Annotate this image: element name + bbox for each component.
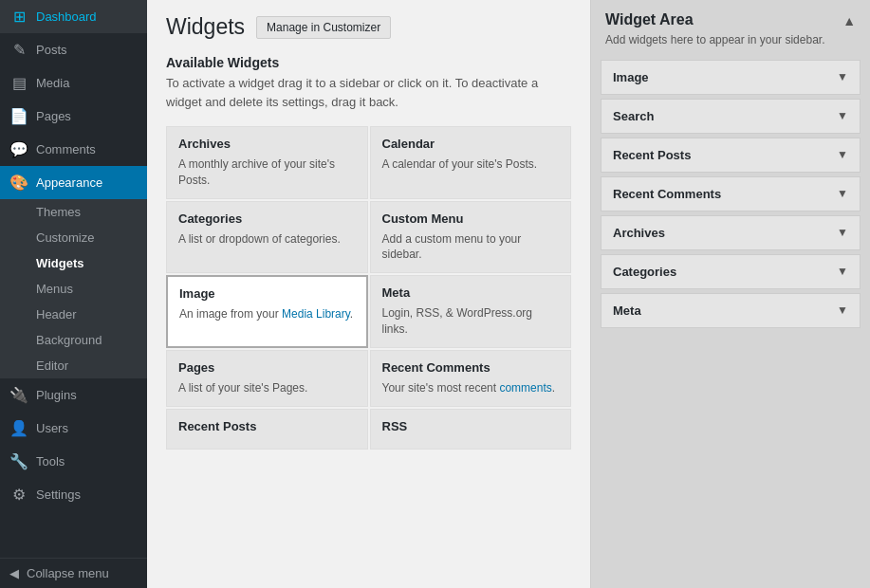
widgets-grid: Archives A monthly archive of your site'… xyxy=(166,126,571,450)
submenu-item-header[interactable]: Header xyxy=(0,302,147,327)
widget-image[interactable]: Image An image from your Media Library. xyxy=(166,275,368,348)
available-widgets-title: Available Widgets xyxy=(166,55,571,70)
sidebar-item-tools[interactable]: 🔧 Tools xyxy=(0,445,147,478)
main: Widgets Manage in Customizer Available W… xyxy=(147,0,870,588)
sidebar-item-comments[interactable]: 💬 Comments xyxy=(0,133,147,166)
widget-categories-desc: A list or dropdown of categories. xyxy=(178,231,356,248)
widget-area-item-search[interactable]: Search ▼ xyxy=(601,99,861,134)
collapse-menu[interactable]: ◀ Collapse menu xyxy=(0,558,147,588)
settings-icon: ⚙ xyxy=(9,486,28,504)
submenu-item-widgets[interactable]: Widgets xyxy=(0,250,147,276)
sidebar-item-settings[interactable]: ⚙ Settings xyxy=(0,478,147,511)
sidebar-item-pages-label: Pages xyxy=(36,109,71,123)
appearance-submenu: Themes Customize Widgets Menus Header Ba… xyxy=(0,199,147,378)
widget-area-item-search-label: Search xyxy=(613,109,654,123)
page-title: Widgets xyxy=(166,14,245,40)
widget-area-item-archives-label: Archives xyxy=(613,226,665,240)
widget-area-item-meta-label: Meta xyxy=(613,303,641,318)
sidebar-item-pages[interactable]: 📄 Pages xyxy=(0,100,147,133)
dashboard-icon: ⊞ xyxy=(9,8,28,26)
widget-area-item-categories[interactable]: Categories ▼ xyxy=(601,254,861,289)
plugins-icon: 🔌 xyxy=(9,386,28,404)
widget-calendar-title: Calendar xyxy=(382,137,560,151)
page-header: Widgets Manage in Customizer xyxy=(166,14,571,40)
sidebar-item-media[interactable]: ▤ Media xyxy=(0,66,147,100)
sidebar-item-posts[interactable]: ✎ Posts xyxy=(0,33,147,66)
sidebar-item-appearance[interactable]: 🎨 Appearance xyxy=(0,166,147,199)
widget-recent-comments-desc: Your site's most recent comments. xyxy=(382,380,560,396)
manage-in-customizer-button[interactable]: Manage in Customizer xyxy=(256,16,391,39)
pages-icon: 📄 xyxy=(9,107,28,125)
widget-area-item-archives[interactable]: Archives ▼ xyxy=(601,215,861,250)
widget-area-item-image[interactable]: Image ▼ xyxy=(601,60,861,95)
widget-recent-comments[interactable]: Recent Comments Your site's most recent … xyxy=(370,350,572,407)
sidebar-item-tools-label: Tools xyxy=(36,454,65,469)
widget-archives[interactable]: Archives A monthly archive of your site'… xyxy=(166,126,368,199)
sidebar-item-plugins[interactable]: 🔌 Plugins xyxy=(0,378,147,412)
sidebar-item-users-label: Users xyxy=(36,421,68,435)
widget-area-item-recent-comments[interactable]: Recent Comments ▼ xyxy=(601,176,861,211)
appearance-icon: 🎨 xyxy=(9,174,28,192)
users-icon: 👤 xyxy=(9,419,28,437)
sidebar-item-plugins-label: Plugins xyxy=(36,388,77,402)
chevron-down-icon-2: ▼ xyxy=(837,109,848,122)
collapse-label: Collapse menu xyxy=(27,566,109,580)
widget-area-item-meta[interactable]: Meta ▼ xyxy=(601,293,861,328)
widget-area: Widget Area Add widgets here to appear i… xyxy=(590,0,870,588)
widget-area-title: Widget Area xyxy=(605,11,824,28)
recent-comments-link[interactable]: comments xyxy=(499,381,551,395)
widget-area-items: Image ▼ Search ▼ Recent Posts ▼ Recent C… xyxy=(591,60,870,341)
sidebar-item-dashboard-label: Dashboard xyxy=(36,9,97,24)
chevron-down-icon-7: ▼ xyxy=(837,303,848,317)
sidebar-item-posts-label: Posts xyxy=(36,43,67,57)
widget-area-item-image-label: Image xyxy=(613,70,649,84)
sidebar-item-settings-label: Settings xyxy=(36,487,81,502)
widget-meta-title: Meta xyxy=(382,285,560,300)
comments-icon: 💬 xyxy=(9,140,28,158)
submenu-item-editor[interactable]: Editor xyxy=(0,353,147,378)
sidebar-item-appearance-label: Appearance xyxy=(36,175,102,190)
widget-area-item-recent-posts[interactable]: Recent Posts ▼ xyxy=(601,138,861,173)
widget-rss-title: RSS xyxy=(382,419,560,433)
widgets-main: Widgets Manage in Customizer Available W… xyxy=(147,0,590,588)
widget-area-item-recent-comments-label: Recent Comments xyxy=(613,187,721,201)
widget-archives-desc: A monthly archive of your site's Posts. xyxy=(178,156,356,189)
widget-categories[interactable]: Categories A list or dropdown of categor… xyxy=(166,201,368,274)
widget-meta[interactable]: Meta Login, RSS, & WordPress.org links. xyxy=(370,275,572,348)
widget-calendar[interactable]: Calendar A calendar of your site's Posts… xyxy=(370,126,572,199)
widget-area-collapse-icon[interactable]: ▲ xyxy=(842,13,856,28)
sidebar-item-media-label: Media xyxy=(36,76,69,90)
sidebar-item-users[interactable]: 👤 Users xyxy=(0,412,147,445)
media-icon: ▤ xyxy=(9,74,28,92)
widget-pages[interactable]: Pages A list of your site's Pages. xyxy=(166,350,368,407)
widget-area-header: Widget Area Add widgets here to appear i… xyxy=(591,0,870,60)
widget-recent-comments-title: Recent Comments xyxy=(382,360,560,375)
widget-image-desc: An image from your Media Library. xyxy=(179,306,355,322)
widget-meta-desc: Login, RSS, & WordPress.org links. xyxy=(382,305,560,338)
widget-rss[interactable]: RSS xyxy=(370,409,572,450)
widget-pages-desc: A list of your site's Pages. xyxy=(178,380,356,396)
chevron-down-icon-5: ▼ xyxy=(837,226,848,239)
collapse-icon: ◀ xyxy=(9,566,19,580)
widget-calendar-desc: A calendar of your site's Posts. xyxy=(382,156,560,173)
widget-recent-posts-title: Recent Posts xyxy=(178,419,356,433)
sidebar-item-dashboard[interactable]: ⊞ Dashboard xyxy=(0,0,147,33)
submenu-item-themes[interactable]: Themes xyxy=(0,199,147,225)
submenu-item-customize[interactable]: Customize xyxy=(0,225,147,250)
widget-custom-menu-desc: Add a custom menu to your sidebar. xyxy=(382,231,560,264)
chevron-down-icon-4: ▼ xyxy=(837,187,848,200)
media-library-link[interactable]: Media Library xyxy=(282,307,350,321)
widget-pages-title: Pages xyxy=(178,360,356,375)
widget-area-item-categories-label: Categories xyxy=(613,265,676,279)
posts-icon: ✎ xyxy=(9,41,28,59)
widget-custom-menu[interactable]: Custom Menu Add a custom menu to your si… xyxy=(370,201,572,274)
widget-recent-posts[interactable]: Recent Posts xyxy=(166,409,368,450)
widget-archives-title: Archives xyxy=(178,137,356,151)
widget-custom-menu-title: Custom Menu xyxy=(382,211,560,226)
tools-icon: 🔧 xyxy=(9,452,28,470)
submenu-item-background[interactable]: Background xyxy=(0,327,147,353)
submenu-item-menus[interactable]: Menus xyxy=(0,276,147,302)
chevron-down-icon-6: ▼ xyxy=(837,265,848,278)
chevron-down-icon: ▼ xyxy=(837,70,848,83)
available-widgets-desc: To activate a widget drag it to a sideba… xyxy=(166,74,571,111)
